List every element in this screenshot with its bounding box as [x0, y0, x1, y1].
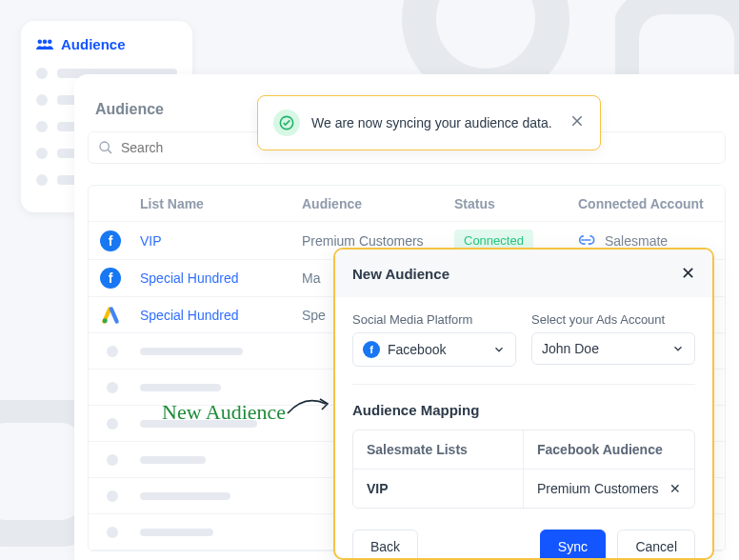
facebook-icon: f [100, 230, 121, 251]
svg-point-0 [419, 0, 552, 86]
new-audience-dialog: New Audience ✕ Social Media Platform f F… [333, 248, 714, 560]
header-status: Status [447, 187, 570, 221]
svg-point-3 [38, 40, 43, 45]
svg-point-8 [103, 318, 108, 323]
chevron-down-icon [671, 342, 685, 355]
header-audience: Audience [294, 187, 447, 221]
arrow-icon [286, 396, 333, 419]
svg-line-7 [108, 150, 111, 153]
facebook-icon: f [100, 268, 121, 289]
check-circle-icon [273, 110, 300, 136]
cell-list-name[interactable]: Special Hundred [132, 300, 294, 330]
svg-text:f: f [370, 344, 373, 355]
dialog-title: New Audience [352, 266, 449, 282]
table-header-row: List Name Audience Status Connected Acco… [89, 186, 725, 222]
back-button[interactable]: Back [352, 530, 418, 560]
annotation-new-audience: New Audience [162, 400, 286, 425]
platform-label: Social Media Platform [352, 312, 516, 327]
mapping-remove-button[interactable]: ✕ [669, 481, 681, 496]
platform-select[interactable]: f Facebook [352, 332, 516, 367]
toast-close-button[interactable] [569, 113, 585, 132]
cell-list-name[interactable]: Special Hundred [132, 263, 294, 293]
sync-button[interactable]: Sync [540, 530, 606, 560]
cancel-button[interactable]: Cancel [617, 530, 695, 560]
link-icon [578, 233, 597, 249]
account-label: Select your Ads Account [531, 312, 695, 327]
toast-message: We are now syncing your audience data. [311, 115, 552, 130]
facebook-icon: f [363, 341, 380, 358]
mapping-title: Audience Mapping [352, 402, 695, 418]
dialog-header: New Audience ✕ [335, 250, 712, 297]
mapping-header-right: Facebook Audience [524, 430, 694, 470]
cell-list-name[interactable]: VIP [132, 226, 294, 256]
header-connected: Connected Account [570, 187, 725, 221]
mapping-header-left: Salesmate Lists [353, 430, 524, 470]
chevron-down-icon [492, 343, 506, 356]
svg-point-6 [100, 142, 109, 150]
account-select[interactable]: John Doe [531, 332, 695, 365]
mapping-row: VIP Premium Customers ✕ [353, 470, 694, 508]
header-list-name: List Name [132, 187, 294, 221]
nav-card-title: Audience [61, 36, 126, 52]
mapping-cell-right: Premium Customers ✕ [524, 470, 694, 508]
svg-point-5 [48, 40, 52, 45]
svg-point-4 [43, 40, 48, 45]
sync-toast: We are now syncing your audience data. [257, 95, 601, 150]
audience-icon [36, 38, 53, 51]
mapping-cell-left: VIP [353, 470, 524, 508]
dialog-close-button[interactable]: ✕ [681, 263, 695, 284]
mapping-table: Salesmate Lists Facebook Audience VIP Pr… [352, 430, 695, 509]
search-icon [98, 140, 113, 155]
google-ads-icon [101, 306, 120, 325]
